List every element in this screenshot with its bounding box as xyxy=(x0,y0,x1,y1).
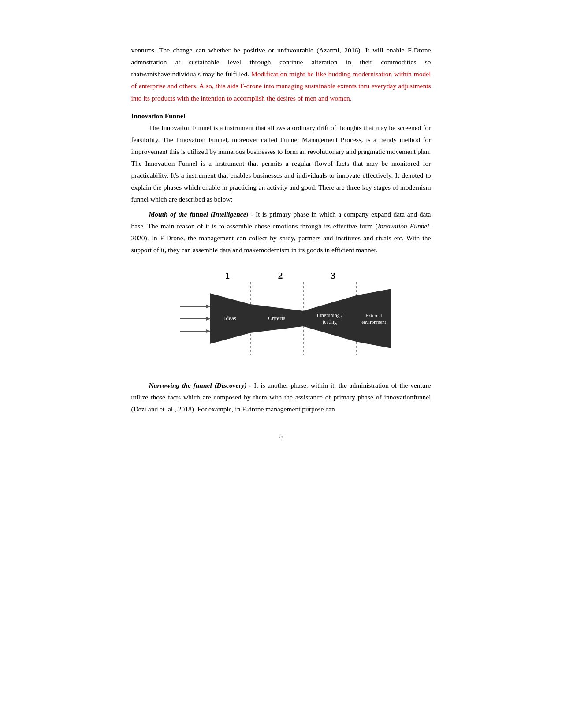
svg-text:Ideas: Ideas xyxy=(224,315,236,321)
svg-text:3: 3 xyxy=(331,270,335,281)
svg-text:2: 2 xyxy=(278,270,283,281)
svg-text:External: External xyxy=(365,313,382,318)
svg-text:Finetuning /: Finetuning / xyxy=(316,312,342,318)
page-number: 5 xyxy=(131,433,431,440)
innovation-funnel-para: The Innovation Funnel is a instrument th… xyxy=(131,122,431,205)
funnel-diagram-container: 1 2 3 xyxy=(131,269,431,366)
innovation-funnel-heading: Innovation Funnel xyxy=(131,112,431,120)
svg-text:testing: testing xyxy=(323,319,337,325)
svg-text:1: 1 xyxy=(225,270,230,281)
svg-text:Criteria: Criteria xyxy=(268,315,286,321)
mouth-paragraph: Mouth of the funnel (Intelligence) - It … xyxy=(131,208,431,256)
narrowing-paragraph: Narrowing the funnel (Discovery) - It is… xyxy=(131,379,431,415)
page: ventures. The change can whether be posi… xyxy=(92,18,471,728)
funnel-svg: 1 2 3 xyxy=(162,269,400,366)
funnel-diagram-wrapper: 1 2 3 xyxy=(162,269,400,366)
svg-marker-15 xyxy=(356,289,391,348)
narrowing-label: Narrowing the funnel (Discovery) xyxy=(149,381,247,389)
svg-text:environment: environment xyxy=(361,319,386,325)
mouth-label: Mouth of the funnel (Intelligence) xyxy=(149,210,249,218)
mouth-italic: Innovation Funnel xyxy=(378,222,429,230)
intro-paragraph: ventures. The change can whether be posi… xyxy=(131,44,431,104)
